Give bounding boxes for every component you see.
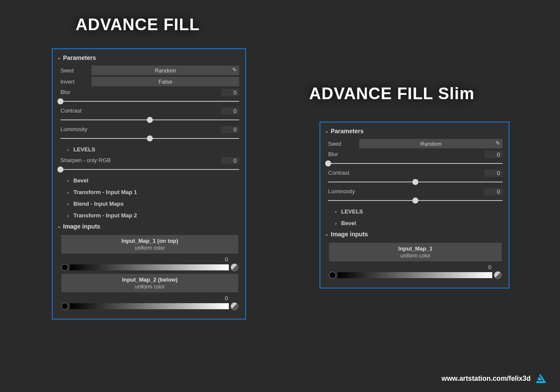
input-map-2-name: Input_Map_2 (below) [61,276,238,283]
transform1-group[interactable]: › Transform - Input Map 1 [60,185,239,197]
invert-value: False [158,78,172,85]
slider-thumb[interactable] [325,160,331,166]
blur-slider[interactable]: Blur 0 [60,89,239,105]
contrast-value[interactable]: 0 [221,107,239,115]
seed-label: Seed [60,67,92,74]
seed-label: Seed [328,141,359,147]
slider-thumb[interactable] [57,98,63,104]
levels-label: LEVELS [341,208,363,215]
image-inputs-label: Image inputs [331,231,368,238]
luminosity-slider[interactable]: Luminosity 0 [328,188,503,204]
input-map-2-value: 0 [225,295,228,301]
title-advance-fill-slim: ADVANCE FILL Slim [309,85,475,103]
gradient-bar[interactable] [338,272,492,278]
blur-label: Blur [60,89,70,96]
parameters-label: Parameters [63,54,96,61]
levels-group[interactable]: › LEVELS [60,143,239,154]
input-map-2-sub: uniform color [61,284,238,290]
slider-thumb[interactable] [147,135,153,141]
blur-slider[interactable]: Blur 0 [328,151,503,167]
sharpen-label: Sharpen - only RGB [60,157,111,164]
artstation-logo-icon [535,373,547,384]
pencil-icon[interactable]: ✎ [232,67,237,73]
contrast-value[interactable]: 0 [484,169,503,177]
input-map-1-name: Input_Map_1 [329,245,502,252]
gradient-start-icon[interactable] [61,264,68,271]
gradient-bar[interactable] [70,264,229,270]
gradient-start-icon[interactable] [61,303,68,310]
pencil-icon[interactable]: ✎ [496,140,500,146]
image-inputs-header[interactable]: ⌄ Image inputs [53,221,245,232]
input-map-2-gradient[interactable]: 0 [61,295,238,310]
input-map-1-gradient[interactable]: 0 [61,256,238,271]
gradient-start-icon[interactable] [329,272,336,279]
color-picker-icon[interactable] [231,302,238,310]
sharpen-slider[interactable]: Sharpen - only RGB 0 [60,157,239,173]
slider-thumb[interactable] [412,198,418,204]
chevron-down-icon: ⌄ [57,56,63,60]
chevron-down-icon: ⌄ [325,232,331,236]
luminosity-value[interactable]: 0 [221,126,239,133]
input-map-1-value: 0 [488,264,491,270]
slider-thumb[interactable] [57,166,63,172]
panel-advance-fill-slim: ⌄ Parameters Seed Random ✎ Blur 0 Contra… [320,122,509,289]
seed-value: Random [420,141,441,147]
input-map-1-card[interactable]: Input_Map_1 (on top) uniform color [61,235,238,254]
chevron-right-icon: › [335,209,341,214]
chevron-right-icon: › [67,201,73,207]
seed-value: Random [155,67,176,74]
seed-field[interactable]: Random ✎ [92,66,239,75]
luminosity-value[interactable]: 0 [484,188,503,195]
blend-group[interactable]: › Blend - Input Maps [60,197,239,209]
input-map-2-card[interactable]: Input_Map_2 (below) uniform color [61,274,238,292]
sharpen-value[interactable]: 0 [221,157,239,164]
blur-value[interactable]: 0 [484,151,503,158]
blur-value[interactable]: 0 [221,89,239,96]
bevel-label: Bevel [73,177,89,184]
watermark-text: www.artstation.com/felix3d [441,375,531,383]
invert-field[interactable]: False [92,77,239,86]
contrast-label: Contrast [60,107,82,115]
panel-advance-fill: ⌄ Parameters Seed Random ✎ Invert False … [52,48,246,320]
input-map-1-name: Input_Map_1 (on top) [61,238,238,244]
input-map-1-value: 0 [225,256,228,263]
luminosity-label: Luminosity [60,126,87,133]
input-map-1-card[interactable]: Input_Map_1 uniform color [329,243,502,261]
chevron-right-icon: › [67,213,73,218]
bevel-group[interactable]: › Bevel [328,216,503,228]
levels-label: LEVELS [73,146,95,153]
color-picker-icon[interactable] [231,263,238,271]
input-map-1-sub: uniform color [61,245,238,251]
levels-group[interactable]: › LEVELS [328,205,503,216]
transform2-group[interactable]: › Transform - Input Map 2 [60,209,239,220]
chevron-down-icon: ⌄ [325,129,331,133]
image-inputs-label: Image inputs [63,223,100,230]
slider-thumb[interactable] [412,179,418,185]
image-inputs-header[interactable]: ⌄ Image inputs [320,229,509,239]
chevron-right-icon: › [67,178,73,183]
slider-thumb[interactable] [147,117,153,123]
input-map-1-sub: uniform color [329,253,502,259]
luminosity-slider[interactable]: Luminosity 0 [60,126,239,142]
contrast-slider[interactable]: Contrast 0 [60,107,239,123]
contrast-slider[interactable]: Contrast 0 [328,169,503,185]
input-map-1-gradient[interactable]: 0 [329,264,502,279]
transform1-label: Transform - Input Map 1 [73,189,137,195]
title-advance-fill: ADVANCE FILL [76,16,200,34]
seed-field[interactable]: Random ✎ [359,139,503,148]
parameters-label: Parameters [331,128,364,135]
parameters-header[interactable]: ⌄ Parameters [53,53,245,63]
chevron-right-icon: › [335,221,341,226]
chevron-right-icon: › [67,190,73,195]
transform2-label: Transform - Input Map 2 [73,212,137,219]
parameters-header[interactable]: ⌄ Parameters [320,126,509,136]
chevron-down-icon: ⌄ [57,224,63,229]
gradient-bar[interactable] [70,303,229,309]
invert-label: Invert [60,78,92,85]
luminosity-label: Luminosity [328,188,355,195]
bevel-label: Bevel [341,220,356,226]
color-picker-icon[interactable] [494,271,502,279]
blur-label: Blur [328,151,338,158]
blend-label: Blend - Input Maps [73,201,123,207]
bevel-group[interactable]: › Bevel [60,174,239,185]
